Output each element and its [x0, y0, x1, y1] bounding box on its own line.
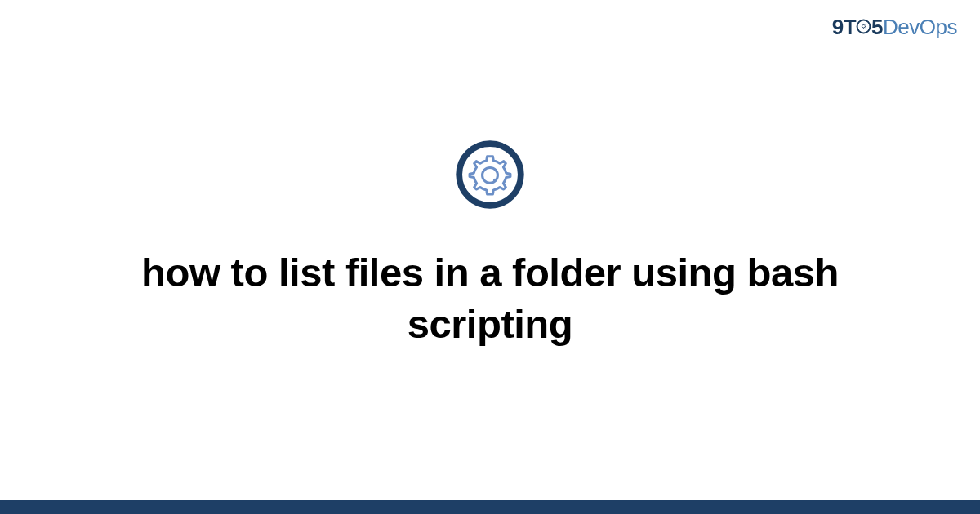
svg-point-2: [459, 144, 521, 206]
page-title: how to list files in a folder using bash…: [98, 247, 882, 349]
gear-circle-icon: [455, 140, 525, 213]
main-content: how to list files in a folder using bash…: [0, 0, 980, 514]
bottom-accent-bar: [0, 500, 980, 514]
svg-point-4: [493, 179, 497, 182]
